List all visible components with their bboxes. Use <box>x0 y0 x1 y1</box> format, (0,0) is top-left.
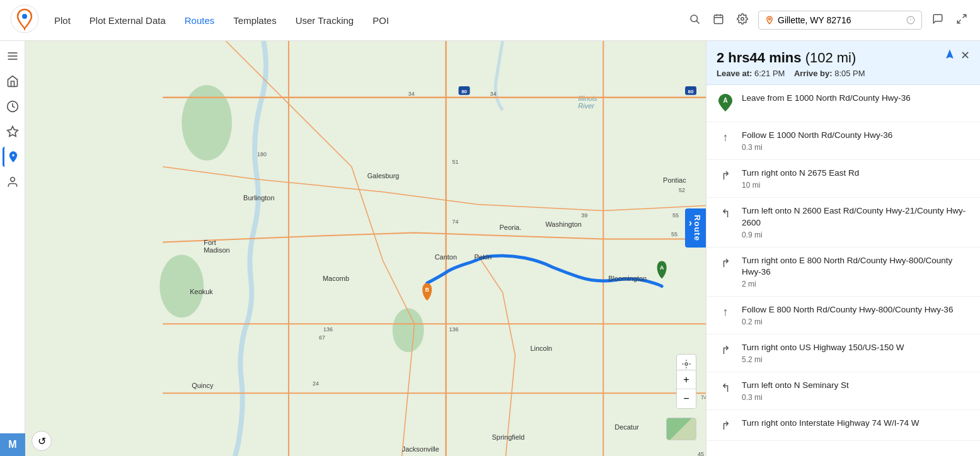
svg-text:Pekin: Pekin <box>475 253 492 261</box>
svg-text:52: 52 <box>679 187 685 193</box>
step-item: ↑ Follow E 800 North Rd/County Hwy-800/C… <box>706 297 980 334</box>
step-text: Turn right onto Interstate Highway 74 W/… <box>742 418 970 431</box>
svg-text:55: 55 <box>671 231 677 237</box>
step-item: ↰ Turn left onto N 2600 East Rd/County H… <box>706 198 980 248</box>
sidebar-item-user[interactable] <box>3 172 23 192</box>
nav-plot-external[interactable]: Plot External Data <box>89 15 166 26</box>
svg-line-13 <box>957 20 960 23</box>
svg-text:51: 51 <box>453 159 459 165</box>
svg-line-12 <box>963 14 966 18</box>
calendar-button[interactable] <box>710 11 727 30</box>
route-nav-icon[interactable] <box>944 48 955 63</box>
svg-point-2 <box>691 15 698 22</box>
svg-text:Galesburg: Galesburg <box>367 172 400 180</box>
nav-poi[interactable]: POI <box>372 15 389 26</box>
route-panel-close[interactable]: ✕ <box>960 48 970 62</box>
sidebar-item-pin[interactable] <box>3 147 23 167</box>
svg-text:80: 80 <box>461 89 467 94</box>
svg-text:Madison: Madison <box>204 246 229 254</box>
svg-text:180: 180 <box>257 151 267 157</box>
sidebar-item-home[interactable] <box>3 71 23 91</box>
step-turn-right-3-icon: ↱ <box>717 343 734 357</box>
nav-routes[interactable]: Routes <box>185 15 215 26</box>
step-turn-right-2-icon: ↱ <box>717 256 734 270</box>
svg-text:Burlington: Burlington <box>243 194 274 202</box>
svg-text:River: River <box>578 102 595 110</box>
svg-text:34: 34 <box>490 91 497 97</box>
svg-text:Lincoln: Lincoln <box>530 345 552 352</box>
step-text: Follow E 800 North Rd/County Hwy-800/Cou… <box>742 304 970 326</box>
route-meta: Leave at: 6:21 PM Arrive by: 8:05 PM <box>717 69 970 78</box>
app-logo[interactable] <box>10 4 42 36</box>
svg-text:80: 80 <box>688 89 694 94</box>
expand-button[interactable] <box>954 11 970 30</box>
refresh-button[interactable]: ↺ <box>32 431 52 451</box>
step-text: Turn left onto N 2600 East Rd/County Hwy… <box>742 205 970 239</box>
svg-text:Decatur: Decatur <box>614 423 639 431</box>
sidebar-item-recent[interactable] <box>3 96 23 117</box>
svg-text:55: 55 <box>672 212 679 219</box>
step-text: Turn right onto US Highway 150/US-150 W … <box>742 342 970 364</box>
settings-button[interactable] <box>734 11 751 30</box>
step-item: ↑ Follow E 1000 North Rd/County Hwy-36 0… <box>706 122 980 160</box>
zoom-in-button[interactable]: + <box>677 370 696 389</box>
svg-point-27 <box>159 254 204 317</box>
svg-text:45: 45 <box>698 451 704 456</box>
route-edge-tab[interactable]: Route <box>685 208 706 248</box>
nav-templates[interactable]: Templates <box>233 15 276 26</box>
map-layer-button[interactable] <box>666 418 696 440</box>
header: Plot Plot External Data Routes Templates… <box>0 0 980 41</box>
location-search-input[interactable] <box>778 15 904 25</box>
svg-text:39: 39 <box>581 212 587 219</box>
svg-text:24: 24 <box>313 380 319 387</box>
step-text: Follow E 1000 North Rd/County Hwy-36 0.3… <box>742 130 970 152</box>
zoom-out-button[interactable]: − <box>677 389 696 408</box>
nav-plot[interactable]: Plot <box>54 15 71 26</box>
step-arrow-up-icon: ↑ <box>717 131 734 144</box>
svg-text:136: 136 <box>323 326 333 333</box>
svg-text:34: 34 <box>408 91 415 97</box>
step-arrow-up-2-icon: ↑ <box>717 305 734 319</box>
location-search-box[interactable] <box>758 11 922 30</box>
svg-line-3 <box>696 21 699 23</box>
header-actions <box>686 11 970 30</box>
svg-point-8 <box>741 17 744 20</box>
svg-text:Pontiac: Pontiac <box>663 176 686 184</box>
step-turn-left-icon: ↰ <box>717 207 734 220</box>
sidebar <box>0 41 25 456</box>
step-text: Turn left onto N Seminary St 0.3 mi <box>742 380 970 402</box>
step-turn-left-2-icon: ↰ <box>717 381 734 395</box>
svg-text:B: B <box>425 287 429 293</box>
step-start-icon: A <box>717 94 734 114</box>
svg-text:Macomb: Macomb <box>323 275 349 282</box>
svg-text:74: 74 <box>453 219 459 225</box>
step-item: ↰ Turn left onto N Seminary St 0.3 mi <box>706 372 980 410</box>
sidebar-item-star[interactable] <box>3 122 23 142</box>
step-item: ↱ Turn right onto N 2675 East Rd 10 mi <box>706 160 980 198</box>
svg-text:Peoria.: Peoria. <box>500 224 522 231</box>
step-item: ↱ Turn right onto E 800 North Rd/County … <box>706 248 980 297</box>
svg-text:Washington: Washington <box>545 220 582 228</box>
svg-text:Bloomington: Bloomington <box>608 275 647 282</box>
step-item: ↱ Turn right onto Interstate Highway 74 … <box>706 410 980 441</box>
sidebar-item-menu[interactable] <box>3 46 23 66</box>
main-nav: Plot Plot External Data Routes Templates… <box>54 15 686 26</box>
svg-text:A: A <box>660 265 664 271</box>
svg-rect-4 <box>714 15 723 24</box>
route-panel-header: ✕ 2 hrs44 mins (102 mi) Leave at: 6:21 P… <box>706 41 980 85</box>
svg-point-1 <box>22 14 27 19</box>
route-steps[interactable]: A Leave from E 1000 North Rd/County Hwy-… <box>706 85 980 456</box>
step-text: Turn right onto N 2675 East Rd 10 mi <box>742 168 970 190</box>
svg-text:A: A <box>723 97 727 104</box>
nav-user-tracking[interactable]: User Tracking <box>296 15 354 26</box>
svg-point-25 <box>393 308 424 352</box>
search-button[interactable] <box>686 11 703 30</box>
step-item: A Leave from E 1000 North Rd/County Hwy-… <box>706 85 980 122</box>
svg-point-76 <box>685 363 688 365</box>
svg-point-19 <box>10 178 14 182</box>
step-turn-right-icon: ↱ <box>717 169 734 183</box>
chat-button[interactable] <box>930 11 946 30</box>
svg-text:67: 67 <box>319 334 325 341</box>
step-turn-right-4-icon: ↱ <box>717 419 734 433</box>
m-badge[interactable]: M <box>0 433 25 456</box>
